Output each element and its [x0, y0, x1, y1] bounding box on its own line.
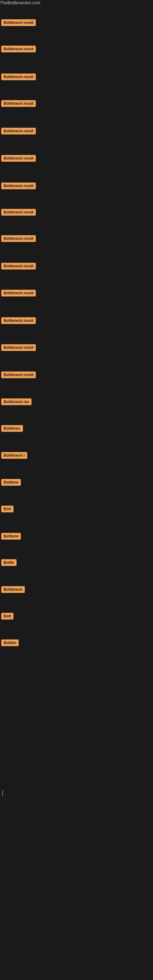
bottleneck-row-4: Bottleneck result [0, 98, 153, 109]
bottleneck-row-15: Bottleneck res [0, 396, 153, 407]
bottleneck-badge-23[interactable]: Bott [1, 613, 13, 620]
bottleneck-badge-15[interactable]: Bottleneck res [1, 398, 32, 405]
bottleneck-badge-3[interactable]: Bottleneck result [1, 73, 36, 80]
bottleneck-row-8: Bottleneck result [0, 207, 153, 218]
bottleneck-badge-24[interactable]: Bottlen [1, 640, 19, 646]
bottleneck-row-24: Bottlen [0, 638, 153, 648]
bottleneck-badge-20[interactable]: Bottlene [1, 533, 21, 539]
bottleneck-row-12: Bottleneck result [0, 315, 153, 326]
bottleneck-row-10: Bottleneck result [0, 261, 153, 271]
bottleneck-badge-14[interactable]: Bottleneck result [1, 371, 36, 378]
bottleneck-row-3: Bottleneck result [0, 72, 153, 82]
bottleneck-badge-4[interactable]: Bottleneck result [1, 100, 36, 107]
bottleneck-row-16: Bottlenec [0, 423, 153, 434]
bottleneck-badge-5[interactable]: Bottleneck result [1, 128, 36, 134]
bottleneck-row-21: Bottle [0, 557, 153, 568]
bottleneck-badge-13[interactable]: Bottleneck result [1, 344, 36, 351]
bottleneck-row-23: Bott [0, 611, 153, 621]
bottleneck-row-1: Bottleneck result [0, 18, 153, 28]
bottleneck-row-20: Bottlene [0, 531, 153, 541]
bottleneck-badge-22[interactable]: Bottleneck [1, 586, 25, 593]
bottleneck-badge-19[interactable]: Bott [1, 506, 13, 512]
bottleneck-badge-10[interactable]: Bottleneck result [1, 263, 36, 269]
bottleneck-row-11: Bottleneck result [0, 288, 153, 298]
bottleneck-row-22: Bottleneck [0, 584, 153, 595]
bottleneck-row-9: Bottleneck result [0, 233, 153, 244]
bottleneck-badge-9[interactable]: Bottleneck result [1, 235, 36, 242]
site-header: TheBottlenecker.com [0, 0, 153, 5]
bottleneck-badge-21[interactable]: Bottle [1, 559, 16, 566]
bottleneck-row-13: Bottleneck result [0, 342, 153, 353]
bottleneck-badge-16[interactable]: Bottlenec [1, 425, 23, 432]
bottleneck-row-14: Bottleneck result [0, 370, 153, 380]
bottleneck-row-18: Bottlene [0, 477, 153, 488]
cursor-line [2, 790, 3, 796]
bottleneck-badge-6[interactable]: Bottleneck result [1, 155, 36, 162]
bottleneck-badge-18[interactable]: Bottlene [1, 479, 21, 486]
bottleneck-badge-11[interactable]: Bottleneck result [1, 290, 36, 296]
bottleneck-row-7: Bottleneck result [0, 181, 153, 191]
bottleneck-badge-1[interactable]: Bottleneck result [1, 19, 36, 26]
bottleneck-badge-2[interactable]: Bottleneck result [1, 46, 36, 52]
bottleneck-row-19: Bott [0, 504, 153, 514]
bottleneck-badge-12[interactable]: Bottleneck result [1, 317, 36, 324]
bottleneck-badge-7[interactable]: Bottleneck result [1, 183, 36, 189]
bottleneck-row-6: Bottleneck result [0, 153, 153, 164]
bottleneck-row-5: Bottleneck result [0, 126, 153, 136]
bottleneck-row-2: Bottleneck result [0, 44, 153, 54]
bottleneck-badge-17[interactable]: Bottleneck r [1, 452, 27, 459]
bottleneck-badge-8[interactable]: Bottleneck result [1, 209, 36, 216]
bottleneck-row-17: Bottleneck r [0, 450, 153, 461]
